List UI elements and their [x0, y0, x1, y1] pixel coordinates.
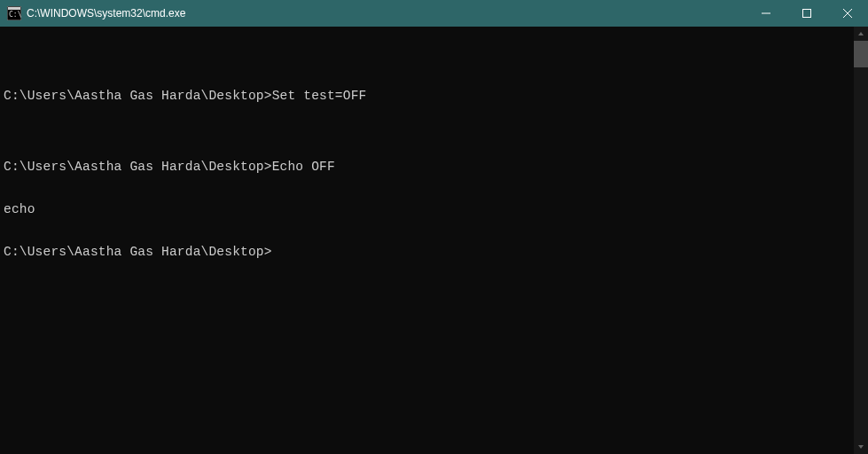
window-controls	[746, 0, 868, 27]
scrollbar[interactable]	[854, 27, 868, 454]
scroll-up-arrow-icon[interactable]	[854, 27, 868, 41]
svg-marker-8	[858, 445, 864, 449]
window-title: C:\WINDOWS\system32\cmd.exe	[27, 7, 746, 20]
minimize-button[interactable]	[746, 0, 786, 27]
terminal-line: C:\Users\Aastha Gas Harda\Desktop>Set te…	[4, 89, 854, 103]
scroll-track[interactable]	[854, 41, 868, 440]
svg-text:C:\: C:\	[9, 11, 21, 19]
close-button[interactable]	[827, 0, 868, 27]
svg-rect-4	[803, 10, 811, 18]
svg-rect-1	[8, 7, 20, 10]
terminal-content[interactable]: C:\Users\Aastha Gas Harda\Desktop>Set te…	[0, 27, 854, 454]
cmd-icon: C:\	[7, 6, 21, 20]
terminal-body: C:\Users\Aastha Gas Harda\Desktop>Set te…	[0, 27, 868, 454]
maximize-button[interactable]	[786, 0, 827, 27]
terminal-line: echo	[4, 202, 854, 216]
scroll-down-arrow-icon[interactable]	[854, 440, 868, 454]
terminal-line: C:\Users\Aastha Gas Harda\Desktop>	[4, 245, 854, 259]
titlebar: C:\ C:\WINDOWS\system32\cmd.exe	[0, 0, 868, 27]
terminal-line: C:\Users\Aastha Gas Harda\Desktop>Echo O…	[4, 160, 854, 174]
scroll-thumb[interactable]	[854, 41, 868, 67]
svg-marker-7	[858, 32, 864, 35]
